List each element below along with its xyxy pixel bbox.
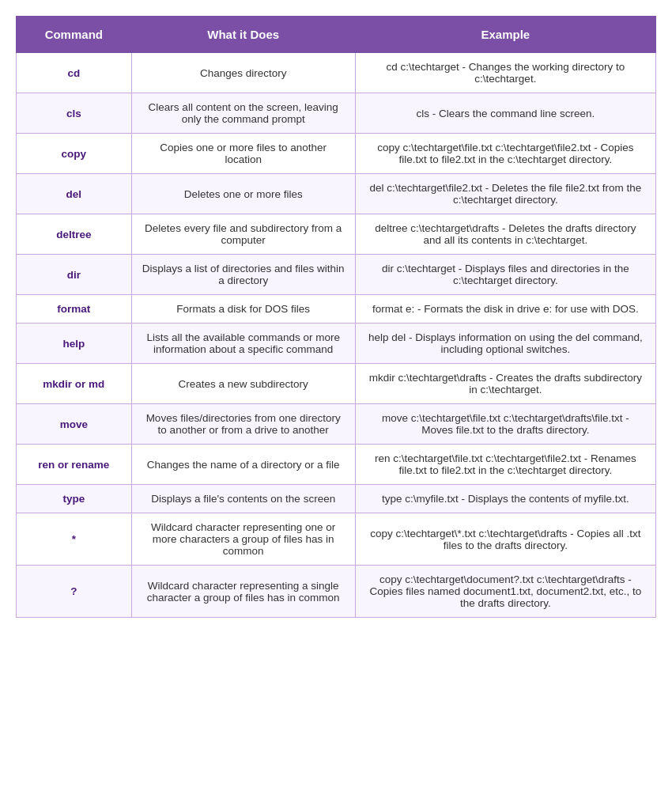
example-cell: help del - Displays information on using… bbox=[355, 324, 655, 364]
command-cell: * bbox=[17, 513, 132, 566]
header-command: Command bbox=[17, 17, 132, 53]
example-cell: copy c:\techtarget\*.txt c:\techtarget\d… bbox=[355, 513, 655, 566]
header-example: Example bbox=[355, 17, 655, 53]
example-cell: dir c:\techtarget - Displays files and d… bbox=[355, 255, 655, 295]
description-cell: Displays a file's contents on the screen bbox=[131, 485, 355, 513]
command-cell: type bbox=[17, 485, 132, 513]
example-cell: copy c:\techtarget\file.txt c:\techtarge… bbox=[355, 134, 655, 174]
table-row: formatFormats a disk for DOS filesformat… bbox=[17, 295, 656, 324]
description-cell: Wildcard character representing a single… bbox=[131, 566, 355, 618]
command-cell: ? bbox=[17, 566, 132, 618]
command-cell: deltree bbox=[17, 214, 132, 255]
description-cell: Moves files/directories from one directo… bbox=[131, 404, 355, 445]
table-row: moveMoves files/directories from one dir… bbox=[17, 404, 656, 445]
command-cell: cd bbox=[17, 53, 132, 93]
command-cell: copy bbox=[17, 134, 132, 174]
example-cell: del c:\techtarget\file2.txt - Deletes th… bbox=[355, 174, 655, 214]
command-cell: ren or rename bbox=[17, 445, 132, 485]
description-cell: Deletes one or more files bbox=[131, 174, 355, 214]
example-cell: mkdir c:\techtarget\drafts - Creates the… bbox=[355, 364, 655, 404]
table-row: deltreeDeletes every file and subdirecto… bbox=[17, 214, 656, 255]
description-cell: Deletes every file and subdirectory from… bbox=[131, 214, 355, 255]
example-cell: format e: - Formats the disk in drive e:… bbox=[355, 295, 655, 324]
example-cell: type c:\myfile.txt - Displays the conten… bbox=[355, 485, 655, 513]
table-row: dirDisplays a list of directories and fi… bbox=[17, 255, 656, 295]
description-cell: Changes directory bbox=[131, 53, 355, 93]
command-cell: format bbox=[17, 295, 132, 324]
commands-table: Command What it Does Example cdChanges d… bbox=[16, 16, 656, 618]
table-row: delDeletes one or more filesdel c:\techt… bbox=[17, 174, 656, 214]
example-cell: move c:\techtarget\file.txt c:\techtarge… bbox=[355, 404, 655, 445]
table-row: typeDisplays a file's contents on the sc… bbox=[17, 485, 656, 513]
example-cell: cls - Clears the command line screen. bbox=[355, 93, 655, 134]
table-row: mkdir or mdCreates a new subdirectorymkd… bbox=[17, 364, 656, 404]
command-cell: dir bbox=[17, 255, 132, 295]
command-cell: mkdir or md bbox=[17, 364, 132, 404]
table-row: ?Wildcard character representing a singl… bbox=[17, 566, 656, 618]
description-cell: Displays a list of directories and files… bbox=[131, 255, 355, 295]
command-cell: cls bbox=[17, 93, 132, 134]
description-cell: Creates a new subdirectory bbox=[131, 364, 355, 404]
command-cell: del bbox=[17, 174, 132, 214]
table-row: helpLists all the available commands or … bbox=[17, 324, 656, 364]
table-row: cdChanges directorycd c:\techtarget - Ch… bbox=[17, 53, 656, 93]
table-row: *Wildcard character representing one or … bbox=[17, 513, 656, 566]
description-cell: Formats a disk for DOS files bbox=[131, 295, 355, 324]
description-cell: Wildcard character representing one or m… bbox=[131, 513, 355, 566]
description-cell: Changes the name of a directory or a fil… bbox=[131, 445, 355, 485]
description-cell: Clears all content on the screen, leavin… bbox=[131, 93, 355, 134]
table-row: clsClears all content on the screen, lea… bbox=[17, 93, 656, 134]
header-what-it-does: What it Does bbox=[131, 17, 355, 53]
description-cell: Copies one or more files to another loca… bbox=[131, 134, 355, 174]
description-cell: Lists all the available commands or more… bbox=[131, 324, 355, 364]
command-cell: move bbox=[17, 404, 132, 445]
table-row: ren or renameChanges the name of a direc… bbox=[17, 445, 656, 485]
example-cell: cd c:\techtarget - Changes the working d… bbox=[355, 53, 655, 93]
example-cell: copy c:\techtarget\document?.txt c:\tech… bbox=[355, 566, 655, 618]
command-cell: help bbox=[17, 324, 132, 364]
example-cell: ren c:\techtarget\file.txt c:\techtarget… bbox=[355, 445, 655, 485]
table-row: copyCopies one or more files to another … bbox=[17, 134, 656, 174]
example-cell: deltree c:\techtarget\drafts - Deletes t… bbox=[355, 214, 655, 255]
